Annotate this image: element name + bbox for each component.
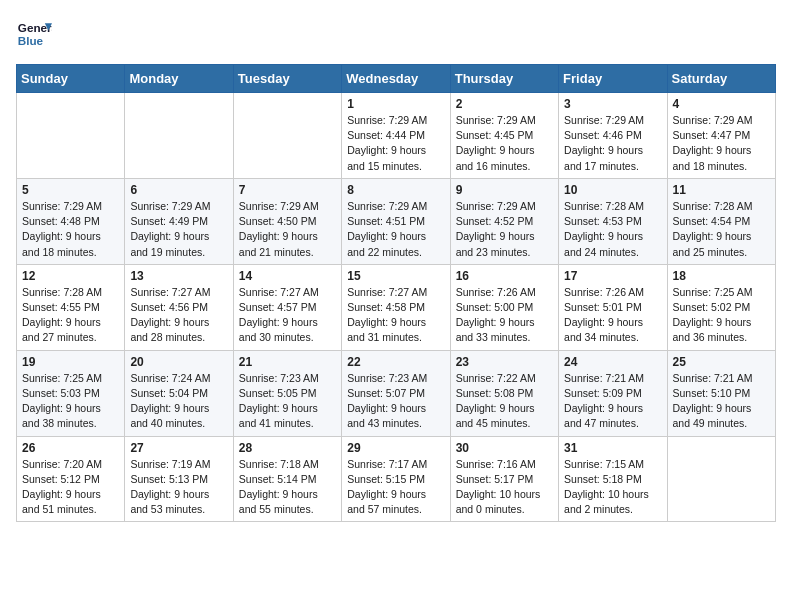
weekday-header-sunday: Sunday <box>17 65 125 93</box>
cell-content: 17Sunrise: 7:26 AMSunset: 5:01 PMDayligh… <box>564 269 661 346</box>
calendar-cell: 8Sunrise: 7:29 AMSunset: 4:51 PMDaylight… <box>342 178 450 264</box>
cell-details: Sunrise: 7:28 AMSunset: 4:55 PMDaylight:… <box>22 285 119 346</box>
calendar-cell <box>233 93 341 179</box>
calendar-cell: 31Sunrise: 7:15 AMSunset: 5:18 PMDayligh… <box>559 436 667 522</box>
cell-details: Sunrise: 7:27 AMSunset: 4:57 PMDaylight:… <box>239 285 336 346</box>
cell-content: 15Sunrise: 7:27 AMSunset: 4:58 PMDayligh… <box>347 269 444 346</box>
cell-details: Sunrise: 7:18 AMSunset: 5:14 PMDaylight:… <box>239 457 336 518</box>
cell-content: 26Sunrise: 7:20 AMSunset: 5:12 PMDayligh… <box>22 441 119 518</box>
cell-content: 2Sunrise: 7:29 AMSunset: 4:45 PMDaylight… <box>456 97 553 174</box>
calendar-cell: 14Sunrise: 7:27 AMSunset: 4:57 PMDayligh… <box>233 264 341 350</box>
cell-content: 10Sunrise: 7:28 AMSunset: 4:53 PMDayligh… <box>564 183 661 260</box>
calendar-cell: 1Sunrise: 7:29 AMSunset: 4:44 PMDaylight… <box>342 93 450 179</box>
cell-details: Sunrise: 7:29 AMSunset: 4:49 PMDaylight:… <box>130 199 227 260</box>
day-number: 29 <box>347 441 444 455</box>
cell-content: 13Sunrise: 7:27 AMSunset: 4:56 PMDayligh… <box>130 269 227 346</box>
cell-content: 14Sunrise: 7:27 AMSunset: 4:57 PMDayligh… <box>239 269 336 346</box>
calendar-cell: 24Sunrise: 7:21 AMSunset: 5:09 PMDayligh… <box>559 350 667 436</box>
cell-content: 12Sunrise: 7:28 AMSunset: 4:55 PMDayligh… <box>22 269 119 346</box>
cell-details: Sunrise: 7:23 AMSunset: 5:07 PMDaylight:… <box>347 371 444 432</box>
day-number: 22 <box>347 355 444 369</box>
day-number: 18 <box>673 269 770 283</box>
day-number: 28 <box>239 441 336 455</box>
day-number: 15 <box>347 269 444 283</box>
calendar-cell <box>125 93 233 179</box>
page-header: General Blue <box>16 16 776 52</box>
day-number: 9 <box>456 183 553 197</box>
cell-content: 31Sunrise: 7:15 AMSunset: 5:18 PMDayligh… <box>564 441 661 518</box>
day-number: 7 <box>239 183 336 197</box>
day-number: 10 <box>564 183 661 197</box>
cell-content: 7Sunrise: 7:29 AMSunset: 4:50 PMDaylight… <box>239 183 336 260</box>
calendar-cell: 9Sunrise: 7:29 AMSunset: 4:52 PMDaylight… <box>450 178 558 264</box>
cell-content: 28Sunrise: 7:18 AMSunset: 5:14 PMDayligh… <box>239 441 336 518</box>
cell-details: Sunrise: 7:21 AMSunset: 5:09 PMDaylight:… <box>564 371 661 432</box>
day-number: 16 <box>456 269 553 283</box>
cell-details: Sunrise: 7:27 AMSunset: 4:56 PMDaylight:… <box>130 285 227 346</box>
cell-details: Sunrise: 7:29 AMSunset: 4:44 PMDaylight:… <box>347 113 444 174</box>
cell-content: 22Sunrise: 7:23 AMSunset: 5:07 PMDayligh… <box>347 355 444 432</box>
cell-details: Sunrise: 7:29 AMSunset: 4:50 PMDaylight:… <box>239 199 336 260</box>
calendar-cell: 10Sunrise: 7:28 AMSunset: 4:53 PMDayligh… <box>559 178 667 264</box>
cell-content: 4Sunrise: 7:29 AMSunset: 4:47 PMDaylight… <box>673 97 770 174</box>
cell-details: Sunrise: 7:29 AMSunset: 4:48 PMDaylight:… <box>22 199 119 260</box>
cell-content: 25Sunrise: 7:21 AMSunset: 5:10 PMDayligh… <box>673 355 770 432</box>
calendar-cell: 6Sunrise: 7:29 AMSunset: 4:49 PMDaylight… <box>125 178 233 264</box>
weekday-header-tuesday: Tuesday <box>233 65 341 93</box>
cell-content: 5Sunrise: 7:29 AMSunset: 4:48 PMDaylight… <box>22 183 119 260</box>
calendar-cell: 16Sunrise: 7:26 AMSunset: 5:00 PMDayligh… <box>450 264 558 350</box>
svg-text:Blue: Blue <box>18 34 44 47</box>
day-number: 21 <box>239 355 336 369</box>
calendar-week-1: 1Sunrise: 7:29 AMSunset: 4:44 PMDaylight… <box>17 93 776 179</box>
day-number: 23 <box>456 355 553 369</box>
cell-content: 18Sunrise: 7:25 AMSunset: 5:02 PMDayligh… <box>673 269 770 346</box>
cell-details: Sunrise: 7:17 AMSunset: 5:15 PMDaylight:… <box>347 457 444 518</box>
calendar-cell: 30Sunrise: 7:16 AMSunset: 5:17 PMDayligh… <box>450 436 558 522</box>
day-number: 25 <box>673 355 770 369</box>
calendar-week-2: 5Sunrise: 7:29 AMSunset: 4:48 PMDaylight… <box>17 178 776 264</box>
cell-details: Sunrise: 7:16 AMSunset: 5:17 PMDaylight:… <box>456 457 553 518</box>
calendar-cell: 27Sunrise: 7:19 AMSunset: 5:13 PMDayligh… <box>125 436 233 522</box>
calendar-week-4: 19Sunrise: 7:25 AMSunset: 5:03 PMDayligh… <box>17 350 776 436</box>
cell-content: 21Sunrise: 7:23 AMSunset: 5:05 PMDayligh… <box>239 355 336 432</box>
calendar-cell: 22Sunrise: 7:23 AMSunset: 5:07 PMDayligh… <box>342 350 450 436</box>
calendar-cell: 17Sunrise: 7:26 AMSunset: 5:01 PMDayligh… <box>559 264 667 350</box>
cell-details: Sunrise: 7:23 AMSunset: 5:05 PMDaylight:… <box>239 371 336 432</box>
calendar-table: SundayMondayTuesdayWednesdayThursdayFrid… <box>16 64 776 522</box>
calendar-cell: 19Sunrise: 7:25 AMSunset: 5:03 PMDayligh… <box>17 350 125 436</box>
calendar-cell: 28Sunrise: 7:18 AMSunset: 5:14 PMDayligh… <box>233 436 341 522</box>
cell-details: Sunrise: 7:21 AMSunset: 5:10 PMDaylight:… <box>673 371 770 432</box>
calendar-cell: 25Sunrise: 7:21 AMSunset: 5:10 PMDayligh… <box>667 350 775 436</box>
weekday-header-friday: Friday <box>559 65 667 93</box>
weekday-header-monday: Monday <box>125 65 233 93</box>
day-number: 19 <box>22 355 119 369</box>
svg-text:General: General <box>18 21 52 34</box>
calendar-cell: 5Sunrise: 7:29 AMSunset: 4:48 PMDaylight… <box>17 178 125 264</box>
day-number: 11 <box>673 183 770 197</box>
calendar-week-5: 26Sunrise: 7:20 AMSunset: 5:12 PMDayligh… <box>17 436 776 522</box>
cell-content: 8Sunrise: 7:29 AMSunset: 4:51 PMDaylight… <box>347 183 444 260</box>
day-number: 17 <box>564 269 661 283</box>
day-number: 20 <box>130 355 227 369</box>
calendar-body: 1Sunrise: 7:29 AMSunset: 4:44 PMDaylight… <box>17 93 776 522</box>
day-number: 14 <box>239 269 336 283</box>
day-number: 3 <box>564 97 661 111</box>
calendar-cell: 21Sunrise: 7:23 AMSunset: 5:05 PMDayligh… <box>233 350 341 436</box>
cell-details: Sunrise: 7:29 AMSunset: 4:47 PMDaylight:… <box>673 113 770 174</box>
cell-content: 27Sunrise: 7:19 AMSunset: 5:13 PMDayligh… <box>130 441 227 518</box>
calendar-cell: 23Sunrise: 7:22 AMSunset: 5:08 PMDayligh… <box>450 350 558 436</box>
day-number: 30 <box>456 441 553 455</box>
day-number: 2 <box>456 97 553 111</box>
cell-details: Sunrise: 7:25 AMSunset: 5:03 PMDaylight:… <box>22 371 119 432</box>
cell-content: 3Sunrise: 7:29 AMSunset: 4:46 PMDaylight… <box>564 97 661 174</box>
calendar-cell <box>17 93 125 179</box>
day-number: 5 <box>22 183 119 197</box>
calendar-cell: 26Sunrise: 7:20 AMSunset: 5:12 PMDayligh… <box>17 436 125 522</box>
weekday-header-thursday: Thursday <box>450 65 558 93</box>
day-number: 26 <box>22 441 119 455</box>
cell-details: Sunrise: 7:26 AMSunset: 5:01 PMDaylight:… <box>564 285 661 346</box>
cell-details: Sunrise: 7:24 AMSunset: 5:04 PMDaylight:… <box>130 371 227 432</box>
calendar-cell: 15Sunrise: 7:27 AMSunset: 4:58 PMDayligh… <box>342 264 450 350</box>
calendar-cell: 20Sunrise: 7:24 AMSunset: 5:04 PMDayligh… <box>125 350 233 436</box>
cell-details: Sunrise: 7:27 AMSunset: 4:58 PMDaylight:… <box>347 285 444 346</box>
